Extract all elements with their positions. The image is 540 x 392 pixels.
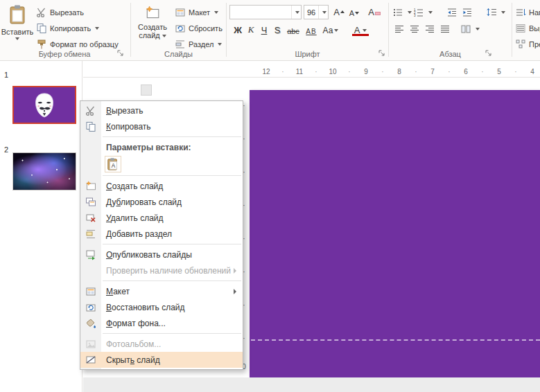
layout-label: Макет bbox=[189, 8, 210, 17]
eraser-icon bbox=[375, 12, 381, 15]
character-spacing-button[interactable]: АВ bbox=[304, 23, 319, 37]
shrink-font-button[interactable]: А bbox=[347, 5, 361, 19]
reset-button[interactable]: Сбросить bbox=[175, 21, 223, 35]
menu-item-copy[interactable]: Копировать bbox=[80, 118, 243, 134]
ruler-number: 9 bbox=[358, 66, 374, 78]
menu-item-publish-slides[interactable]: Опубликовать слайды bbox=[80, 247, 243, 262]
menu-item-label: Фотоальбом... bbox=[101, 339, 161, 349]
slides-group-label: Слайды bbox=[131, 50, 226, 58]
align-right-button[interactable] bbox=[424, 22, 435, 36]
ruler-number: 11 bbox=[291, 66, 308, 78]
font-color-button[interactable]: А bbox=[351, 23, 370, 37]
format-painter-label: Формат по образцу bbox=[50, 40, 119, 48]
align-text-label: Выро bbox=[529, 24, 540, 33]
add-section-icon bbox=[80, 229, 101, 240]
slide-canvas[interactable] bbox=[250, 90, 540, 377]
slide-thumbnail-1-selected[interactable] bbox=[12, 86, 76, 124]
font-size-value: 96 bbox=[304, 6, 318, 19]
justify-button[interactable] bbox=[439, 22, 451, 36]
character-spacing-label: АВ bbox=[306, 28, 316, 35]
submenu-arrow-icon bbox=[234, 268, 236, 274]
text-direction-icon bbox=[515, 7, 526, 18]
decrease-indent-button[interactable] bbox=[446, 6, 458, 19]
menu-item-reset-slide[interactable]: Восстановить слайд bbox=[80, 299, 243, 315]
underline-button[interactable]: Ч bbox=[258, 23, 270, 37]
ruler-number: 4 bbox=[524, 66, 540, 78]
triangle-down-icon bbox=[355, 12, 359, 15]
paste-button[interactable]: Вставить bbox=[2, 1, 33, 55]
chevron-down-icon bbox=[214, 11, 218, 14]
ruler-tick: · bbox=[374, 66, 391, 78]
delete-slide-icon bbox=[80, 213, 101, 224]
text-direction-button[interactable]: Напр bbox=[515, 6, 540, 19]
menu-item-duplicate-slide[interactable]: Дублировать слайд bbox=[80, 194, 243, 210]
font-size-combobox[interactable]: 96 bbox=[304, 5, 329, 19]
menu-item-delete-slide[interactable]: Удалить слайд bbox=[80, 210, 243, 226]
font-dialog-launcher[interactable] bbox=[378, 49, 385, 57]
ruler-tick: · bbox=[341, 66, 358, 78]
menu-item-add-section[interactable]: Добавить раздел bbox=[80, 226, 243, 242]
copy-button[interactable]: Копировать bbox=[36, 21, 99, 35]
chevron-down-icon bbox=[363, 29, 367, 32]
new-slide-button[interactable]: Создать слайд bbox=[134, 1, 171, 55]
menu-item-new-slide[interactable]: Создать слайд bbox=[80, 178, 243, 194]
scissors-icon bbox=[80, 105, 101, 116]
line-spacing-button[interactable] bbox=[486, 6, 505, 19]
chevron-down-icon bbox=[322, 11, 326, 14]
menu-item-format-background[interactable]: Формат фона... bbox=[80, 315, 243, 331]
menu-item-hide-slide[interactable]: Скрыть слайд bbox=[80, 352, 243, 368]
paste-option-keep-source-formatting[interactable]: А bbox=[105, 156, 121, 172]
chevron-down-icon bbox=[501, 11, 505, 14]
align-text-button[interactable]: Выро bbox=[515, 21, 540, 35]
bold-button[interactable]: Ж bbox=[232, 23, 244, 37]
align-left-button[interactable] bbox=[394, 22, 405, 36]
ruler-number: 8 bbox=[391, 66, 408, 78]
chevron-down-icon bbox=[408, 11, 412, 14]
underline-label: Ч bbox=[261, 25, 268, 35]
italic-button[interactable]: К bbox=[245, 23, 257, 37]
horizontal-ruler: 12·11·10·9·8·7·6·5·4 bbox=[83, 66, 540, 78]
decrease-indent-icon bbox=[446, 7, 458, 18]
reset-slide-icon bbox=[175, 23, 186, 34]
align-center-button[interactable] bbox=[409, 22, 420, 36]
columns-button[interactable] bbox=[460, 22, 480, 36]
clipboard-icon bbox=[9, 4, 26, 25]
increase-indent-button[interactable] bbox=[462, 6, 473, 19]
pane-corner-box bbox=[141, 84, 152, 96]
grow-font-button[interactable]: А bbox=[332, 5, 346, 19]
copy-icon bbox=[80, 121, 101, 132]
chevron-down-icon bbox=[428, 11, 433, 14]
menu-separator bbox=[103, 280, 241, 281]
text-shadow-button[interactable]: S bbox=[271, 23, 284, 37]
menu-item-label: Скрыть слайд bbox=[101, 355, 160, 365]
slide-thumbnail-2[interactable] bbox=[12, 152, 76, 190]
cut-button[interactable]: Вырезать bbox=[36, 6, 84, 19]
clear-formatting-button[interactable]: А bbox=[367, 5, 382, 19]
ruler-number: 6 bbox=[458, 66, 474, 78]
change-case-button[interactable]: Аа bbox=[320, 23, 341, 37]
format-painter-button[interactable]: Формат по образцу bbox=[36, 37, 119, 51]
section-button[interactable]: Раздел bbox=[175, 37, 222, 51]
ruler-tick: · bbox=[275, 66, 291, 78]
smartart-label: Прео bbox=[529, 40, 540, 48]
layout-button[interactable]: Макет bbox=[175, 6, 218, 19]
menu-item-check-updates: Проверить наличие обновлений bbox=[80, 262, 243, 278]
align-text-icon bbox=[515, 23, 526, 34]
ruler-tick: · bbox=[441, 66, 458, 78]
grow-font-label: А bbox=[333, 7, 340, 17]
menu-item-photo-album: Фотоальбом... bbox=[80, 336, 243, 352]
bold-label: Ж bbox=[234, 25, 242, 35]
bullets-button[interactable] bbox=[392, 6, 412, 19]
menu-item-cut[interactable]: Вырезать bbox=[80, 103, 243, 118]
convert-smartart-button[interactable]: Прео bbox=[515, 37, 540, 51]
new-slide-label-1: Создать bbox=[138, 23, 167, 31]
clipboard-dialog-launcher[interactable] bbox=[116, 49, 124, 57]
slide-number: 2 bbox=[4, 145, 8, 154]
italic-label: К bbox=[248, 24, 254, 35]
menu-item-layout[interactable]: Макет bbox=[80, 283, 243, 299]
paragraph-dialog-launcher[interactable] bbox=[485, 49, 492, 57]
font-name-combobox[interactable] bbox=[229, 5, 302, 19]
strikethrough-button[interactable]: abc bbox=[284, 23, 302, 37]
numbering-button[interactable]: 123 bbox=[413, 6, 433, 19]
smartart-icon bbox=[515, 39, 526, 50]
